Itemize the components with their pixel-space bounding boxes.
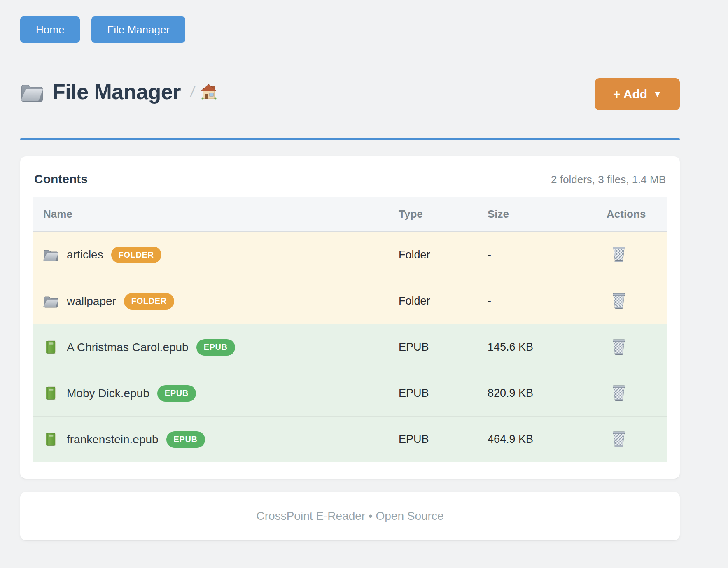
type-badge: EPUB <box>166 431 205 448</box>
actions-cell <box>607 292 667 311</box>
folder-icon <box>43 248 59 262</box>
actions-cell <box>607 384 667 403</box>
contents-card: Contents 2 folders, 3 files, 1.4 MB Name… <box>20 156 680 479</box>
card-title: Contents <box>34 172 88 186</box>
type-cell: EPUB <box>399 433 488 446</box>
actions-cell <box>607 245 667 264</box>
type-badge: EPUB <box>157 385 196 402</box>
table-row[interactable]: articles FOLDER Folder - <box>33 232 667 278</box>
add-button-label: + Add <box>613 87 647 101</box>
table-body: articles FOLDER Folder - <box>33 232 667 462</box>
footer-text: CrossPoint E-Reader • Open Source <box>257 510 444 523</box>
footer: CrossPoint E-Reader • Open Source <box>20 492 680 540</box>
open-folder-icon <box>20 81 44 102</box>
wastebasket-icon[interactable] <box>611 292 626 309</box>
type-cell: Folder <box>399 295 488 307</box>
table-row[interactable]: A Christmas Carol.epub EPUB EPUB 145.6 K… <box>33 324 667 370</box>
folder-icon <box>43 294 59 308</box>
wastebasket-icon[interactable] <box>611 338 626 355</box>
book-icon <box>43 340 59 354</box>
size-cell: 464.9 KB <box>488 433 607 446</box>
size-cell: 820.9 KB <box>488 387 607 400</box>
wastebasket-icon[interactable] <box>611 245 626 263</box>
add-button[interactable]: + Add ▼ <box>595 78 680 110</box>
table-header: Name Type Size Actions <box>33 197 667 232</box>
card-header: Contents 2 folders, 3 files, 1.4 MB <box>33 172 667 186</box>
file-name: wallpaper <box>67 295 116 308</box>
name-cell: wallpaper FOLDER <box>33 293 399 310</box>
size-cell: - <box>488 295 607 307</box>
actions-cell <box>607 338 667 357</box>
column-type: Type <box>399 208 488 221</box>
wastebasket-icon[interactable] <box>611 384 626 401</box>
book-icon <box>43 433 59 447</box>
book-icon <box>43 386 59 400</box>
type-badge: FOLDER <box>124 293 174 310</box>
file-table: Name Type Size Actions <box>33 197 667 462</box>
name-cell: A Christmas Carol.epub EPUB <box>33 339 399 356</box>
size-cell: 145.6 KB <box>488 341 607 354</box>
table-row[interactable]: Moby Dick.epub EPUB EPUB 820.9 KB <box>33 370 667 416</box>
name-cell: Moby Dick.epub EPUB <box>33 385 399 402</box>
actions-cell <box>607 430 667 449</box>
page-title: File Manager <box>52 79 181 104</box>
table-row[interactable]: wallpaper FOLDER Folder - <box>33 278 667 324</box>
house-icon[interactable] <box>201 84 217 100</box>
contents-summary: 2 folders, 3 files, 1.4 MB <box>551 173 666 186</box>
wastebasket-icon[interactable] <box>611 430 626 447</box>
nav-file-manager-button[interactable]: File Manager <box>91 16 185 43</box>
breadcrumb-separator: / <box>189 83 196 100</box>
size-cell: - <box>488 249 607 261</box>
file-name: A Christmas Carol.epub <box>67 341 189 354</box>
column-size: Size <box>488 208 607 221</box>
page-header: File Manager / + Add ▼ <box>20 76 680 108</box>
page-container: Home File Manager File Manager / <box>20 0 680 540</box>
nav-home-button[interactable]: Home <box>20 16 80 43</box>
type-cell: EPUB <box>399 341 488 354</box>
file-name: frankenstein.epub <box>67 433 159 446</box>
type-cell: EPUB <box>399 387 488 400</box>
name-cell: frankenstein.epub EPUB <box>33 431 399 448</box>
header-divider <box>20 138 680 140</box>
type-badge: EPUB <box>196 339 235 356</box>
type-cell: Folder <box>399 249 488 261</box>
file-name: Moby Dick.epub <box>67 387 149 400</box>
top-nav: Home File Manager <box>20 0 680 43</box>
column-name: Name <box>33 208 399 221</box>
column-actions: Actions <box>607 208 667 221</box>
table-row[interactable]: frankenstein.epub EPUB EPUB 464.9 KB <box>33 416 667 462</box>
file-name: articles <box>67 248 103 261</box>
type-badge: FOLDER <box>111 247 161 263</box>
caret-down-icon: ▼ <box>653 89 662 99</box>
name-cell: articles FOLDER <box>33 247 399 263</box>
